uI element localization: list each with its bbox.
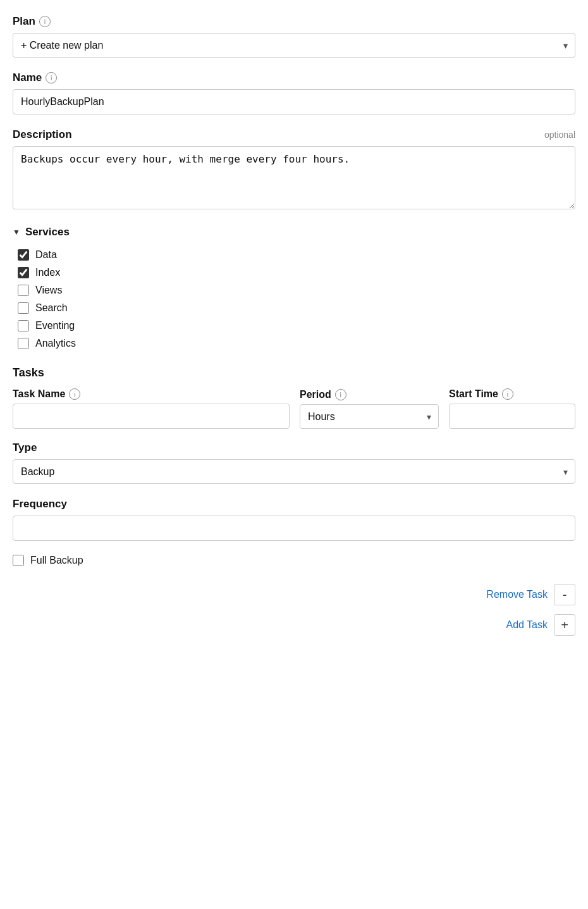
plan-section: Plan i + Create new plan ▾ [13, 15, 575, 58]
service-eventing-label: Eventing [35, 320, 75, 331]
list-item: Index [13, 264, 575, 281]
description-header: Description optional [13, 128, 575, 141]
name-section: Name i HourlyBackupPlan [13, 71, 575, 114]
name-label: Name i [13, 71, 575, 84]
task-period-field: Period i Minutes Hours Days Weeks ▾ [300, 389, 439, 429]
services-header[interactable]: ▼ Services [13, 226, 575, 238]
add-task-row: Add Task + [13, 614, 575, 636]
plan-dropdown[interactable]: + Create new plan [13, 33, 575, 58]
task-row: Task Name i HourlyBackupTask Period i Mi… [13, 388, 575, 429]
list-item: Data [13, 246, 575, 264]
full-backup-checkbox[interactable] [13, 555, 24, 566]
service-views-label: Views [35, 285, 62, 296]
service-index-label: Index [35, 267, 60, 278]
plan-label: Plan i [13, 15, 575, 28]
list-item: Eventing [13, 317, 575, 335]
list-item: Analytics [13, 335, 575, 352]
tasks-title: Tasks [13, 366, 575, 380]
type-dropdown-wrapper: Backup Merge ▾ [13, 459, 575, 484]
frequency-section: Frequency 1 [13, 498, 575, 541]
plan-dropdown-wrapper: + Create new plan ▾ [13, 33, 575, 58]
full-backup-row: Full Backup [13, 555, 575, 566]
services-list: Data Index Views Search Eventing Analyti… [13, 246, 575, 352]
remove-task-row: Remove Task - [13, 584, 575, 605]
task-name-field: Task Name i HourlyBackupTask [13, 388, 290, 429]
service-search-checkbox[interactable] [18, 302, 29, 314]
task-period-dropdown[interactable]: Minutes Hours Days Weeks [300, 404, 439, 429]
service-data-checkbox[interactable] [18, 249, 29, 261]
type-label: Type [13, 442, 575, 454]
description-optional-label: optional [544, 130, 575, 140]
frequency-input[interactable]: 1 [13, 516, 575, 541]
type-dropdown[interactable]: Backup Merge [13, 459, 575, 484]
task-period-dropdown-wrapper: Minutes Hours Days Weeks ▾ [300, 404, 439, 429]
name-info-icon: i [46, 72, 57, 83]
services-title-text: Services [25, 226, 70, 238]
add-task-button[interactable]: Add Task [506, 619, 548, 631]
name-title-text: Name [13, 71, 42, 84]
type-section: Type Backup Merge ▾ [13, 442, 575, 484]
name-input[interactable]: HourlyBackupPlan [13, 89, 575, 114]
tasks-section: Tasks Task Name i HourlyBackupTask Perio… [13, 366, 575, 636]
service-views-checkbox[interactable] [18, 285, 29, 296]
full-backup-label: Full Backup [30, 555, 83, 566]
task-starttime-label: Start Time i [449, 388, 575, 400]
task-name-label-text: Task Name [13, 388, 65, 400]
remove-task-button[interactable]: Remove Task [486, 589, 548, 600]
services-chevron-icon: ▼ [13, 228, 20, 237]
task-starttime-info-icon: i [502, 388, 513, 400]
task-starttime-input[interactable]: 11:00 [449, 404, 575, 429]
remove-task-minus-button[interactable]: - [554, 584, 575, 605]
task-name-input[interactable]: HourlyBackupTask [13, 404, 290, 429]
task-period-info-icon: i [335, 389, 346, 400]
list-item: Views [13, 281, 575, 299]
add-task-plus-button[interactable]: + [554, 614, 575, 636]
description-title-text: Description [13, 128, 72, 141]
frequency-label-text: Frequency [13, 498, 67, 510]
plan-info-icon: i [39, 16, 51, 27]
service-eventing-checkbox[interactable] [18, 320, 29, 331]
services-section: ▼ Services Data Index Views Search Event… [13, 226, 575, 352]
service-search-label: Search [35, 302, 68, 314]
task-name-label: Task Name i [13, 388, 290, 400]
description-input[interactable]: Backups occur every hour, with merge eve… [13, 146, 575, 209]
service-analytics-checkbox[interactable] [18, 338, 29, 349]
task-starttime-label-text: Start Time [449, 388, 498, 400]
task-starttime-field: Start Time i 11:00 [449, 388, 575, 429]
task-name-info-icon: i [69, 388, 80, 400]
frequency-label: Frequency [13, 498, 575, 510]
type-label-text: Type [13, 442, 37, 454]
plan-title-text: Plan [13, 15, 35, 28]
service-index-checkbox[interactable] [18, 267, 29, 278]
service-analytics-label: Analytics [35, 338, 76, 349]
list-item: Search [13, 299, 575, 317]
description-section: Description optional Backups occur every… [13, 128, 575, 212]
task-period-label: Period i [300, 389, 439, 400]
service-data-label: Data [35, 249, 57, 261]
task-period-label-text: Period [300, 389, 331, 400]
